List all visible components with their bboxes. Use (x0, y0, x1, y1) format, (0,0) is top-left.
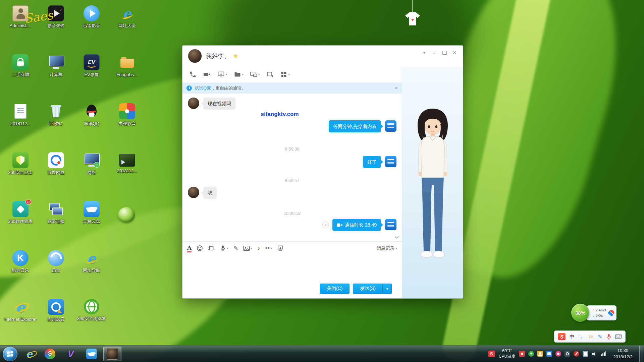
music-icon[interactable] (257, 245, 260, 252)
send-button[interactable]: 发送(S) (353, 284, 383, 294)
taskbar-qq-chat-button[interactable] (103, 347, 121, 361)
desktop-icon-tencent-qq[interactable]: 腾讯QQ (74, 101, 109, 149)
desktop-icon-fungoliv[interactable]: FungoLiv... (109, 52, 145, 101)
remote-desktop-icon[interactable] (247, 69, 263, 79)
desktop-icon-network[interactable]: 网络 (74, 149, 109, 198)
boost-rocket-icon[interactable] (607, 308, 615, 317)
desktop-icon-cctv-player[interactable]: 央视影音 (109, 101, 145, 149)
ime-keyboard-icon[interactable] (615, 335, 622, 339)
memory-ball[interactable]: 38% (571, 304, 589, 322)
taskbar-clock[interactable]: 10:30 2018/12/2 (610, 348, 636, 360)
tray-camera-icon[interactable] (565, 351, 570, 357)
desktop-icon-kugou-music[interactable]: 酷狗音乐 (3, 247, 38, 296)
recycle-bin-icon (48, 103, 64, 119)
desktop-icon-internet-explorer[interactable]: Internet Explorer (3, 296, 38, 345)
scroll-to-bottom-icon[interactable] (394, 234, 399, 240)
desktop-icon-document[interactable]: 2018112... (3, 101, 38, 149)
qmic-link[interactable]: 试试Q麦 (195, 85, 211, 91)
message-input[interactable] (182, 255, 402, 279)
apps-grid-icon[interactable] (277, 69, 293, 79)
desktop-icon-xunlei-player[interactable]: 迅雷影音 (74, 3, 109, 52)
message-list[interactable]: 现在视频吗 sifangktv.com 等两分钟,先穿着内衣 9:59:38 好… (182, 94, 402, 241)
tray-screen-record-icon[interactable] (519, 351, 525, 357)
desktop-icon-ev-recorder[interactable]: EV录屏 (74, 52, 109, 101)
desktop-icon-recycle-bin[interactable]: 回收站 (38, 101, 74, 149)
tray-safety-icon[interactable] (528, 351, 534, 357)
screen-capture-icon[interactable] (265, 245, 272, 252)
penguin-icon (84, 103, 100, 119)
handwriting-icon[interactable] (233, 245, 238, 252)
close-chat-button[interactable]: 关闭(C) (320, 284, 350, 294)
contact-avatar[interactable] (188, 49, 202, 63)
desktop-icon-web-collection[interactable]: 网址大全 (109, 3, 145, 52)
desktop-icon-360-safe[interactable]: 360安全卫士 (3, 149, 38, 198)
desktop-icon-360-browser[interactable]: 360安全浏览器 (74, 296, 109, 345)
maximize-button[interactable] (439, 48, 449, 57)
self-avatar[interactable] (385, 156, 396, 167)
desktop-icon-ershou-shangcheng[interactable]: 二手商城 (3, 52, 38, 101)
taskbar-v-player-button[interactable] (62, 347, 80, 361)
self-avatar[interactable] (385, 219, 396, 230)
taskbar-ie-button[interactable]: e (20, 347, 38, 361)
tray-media-icon[interactable] (555, 351, 561, 357)
create-session-icon[interactable] (264, 69, 276, 79)
start-button[interactable] (3, 347, 17, 361)
send-file-icon[interactable] (231, 69, 247, 79)
clock-time: 10:30 (613, 348, 633, 354)
icon-label: 迅雷影音 (83, 23, 100, 28)
window-shake-icon[interactable] (208, 245, 215, 251)
qq-show-panel[interactable] (402, 66, 463, 298)
taskbar-tianyi-cloud-button[interactable] (83, 347, 101, 361)
ime-mode-toggle[interactable]: 中 (570, 334, 575, 340)
minimize-button[interactable] (429, 48, 439, 57)
video-call-icon[interactable] (200, 69, 214, 79)
desktop-icon-video-file[interactable]: 2018112... (109, 149, 145, 198)
tray-clipboard-icon[interactable] (583, 351, 588, 357)
tray-network-icon[interactable] (601, 351, 606, 357)
font-icon[interactable] (187, 244, 192, 252)
desktop-icon-web-navigation[interactable]: 网址导航 (74, 247, 109, 296)
ime-emoji-icon[interactable] (588, 333, 594, 340)
tray-ime-icon[interactable]: S (488, 351, 495, 357)
desktop-icon-jiji-player[interactable]: 吉吉影音 (38, 296, 74, 345)
skin-dropdown-icon[interactable] (419, 48, 429, 57)
ime-mic-icon[interactable] (606, 334, 611, 340)
screen-demo-icon[interactable] (215, 69, 230, 79)
tray-messenger-icon[interactable] (546, 351, 552, 357)
self-avatar[interactable] (385, 120, 396, 132)
peer-avatar[interactable] (188, 187, 199, 198)
ime-handwriting-icon[interactable] (598, 334, 602, 340)
hanging-shirt-widget[interactable] (405, 0, 420, 25)
show-desktop-button[interactable] (639, 346, 643, 362)
call-duration-bubble[interactable]: 通话时长 28:49 (332, 219, 381, 231)
image-icon[interactable] (243, 245, 252, 251)
ime-punctuation-toggle[interactable]: ’， (579, 334, 584, 340)
net-speed-widget[interactable]: 38% 2.4K/s 0K/s (571, 304, 616, 322)
message-history-button[interactable]: 消息记录 (377, 245, 397, 251)
tray-volume-icon[interactable] (592, 351, 597, 357)
e-browser-icon (84, 250, 100, 266)
close-button[interactable] (449, 48, 460, 57)
desktop: { "desktop": { "watermark": "Saes", "ico… (0, 0, 644, 362)
sogou-logo-icon[interactable]: S (558, 333, 566, 340)
tray-pin-icon[interactable] (574, 351, 579, 357)
desktop-icon-360-software-manager[interactable]: 8360软件管家 (3, 198, 38, 247)
voice-call-icon[interactable] (186, 69, 199, 79)
peer-avatar[interactable] (188, 98, 199, 109)
desktop-icon-computer[interactable]: 计算机 (38, 52, 74, 101)
desktop-icon-xunlei[interactable]: 迅雷 (38, 247, 74, 296)
window-titlebar[interactable]: 莪姓李、 ★ (182, 46, 463, 66)
emoji-icon[interactable] (197, 245, 203, 251)
desktop-icon-baidu-netdisk[interactable]: 百度网盘 (38, 149, 74, 198)
voice-message-icon[interactable] (220, 245, 228, 251)
tray-user-icon[interactable] (537, 351, 543, 357)
desktop-icon-tianyi-cloud[interactable]: 天翼云盘 (74, 198, 109, 247)
message-box-icon[interactable] (277, 245, 284, 252)
icon-label: 天翼云盘 (83, 219, 100, 224)
taskbar-sogou-browser-button[interactable] (41, 347, 59, 361)
icon-label: 计算机 (50, 72, 63, 77)
desktop-icon-administrator[interactable]: Administr... (3, 3, 38, 52)
desktop-icon-broadband[interactable]: 宽带连接 (38, 198, 74, 247)
notice-close-icon[interactable]: × (395, 85, 398, 91)
send-options-dropdown[interactable]: ▾ (383, 284, 392, 294)
